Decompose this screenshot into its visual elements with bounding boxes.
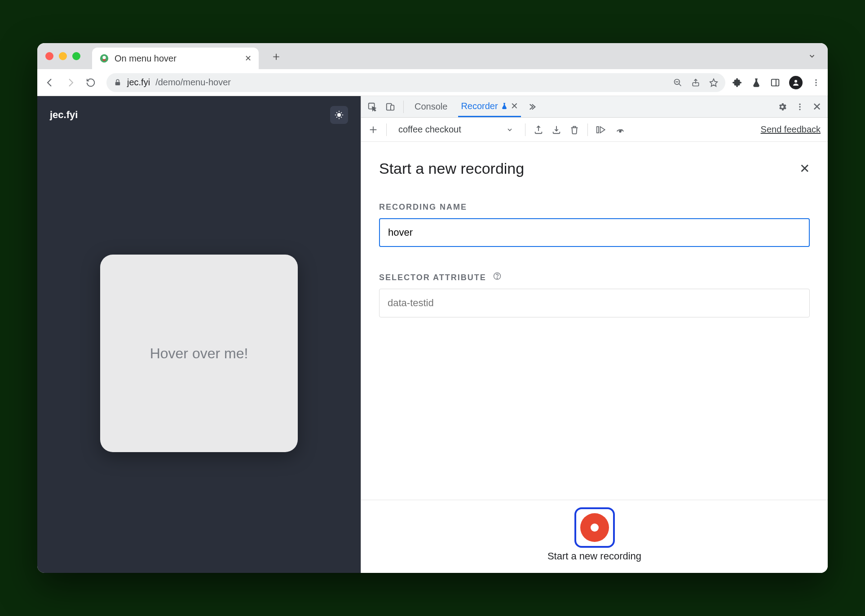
svg-rect-25 xyxy=(391,105,394,110)
recording-name-input[interactable] xyxy=(379,218,810,247)
hover-card-text: Hover over me! xyxy=(150,345,248,362)
svg-point-35 xyxy=(497,278,498,279)
close-window-button[interactable] xyxy=(45,52,53,60)
devtools-panel: Console Recorder ✕ ✕ xyxy=(361,96,828,573)
devtools-tab-bar: Console Recorder ✕ ✕ xyxy=(361,96,828,118)
bookmark-star-icon[interactable] xyxy=(709,78,718,87)
profile-avatar[interactable] xyxy=(789,76,803,89)
export-icon[interactable] xyxy=(534,125,543,135)
replay-speed-icon[interactable] xyxy=(615,125,626,135)
omnibox-actions xyxy=(673,78,718,87)
site-name: jec.fyi xyxy=(50,109,78,121)
svg-line-22 xyxy=(336,112,337,113)
share-icon[interactable] xyxy=(691,78,700,87)
record-icon xyxy=(580,513,609,542)
rendered-page: jec.fyi Hover over me! xyxy=(37,96,361,573)
svg-point-13 xyxy=(815,84,816,86)
inspect-element-icon[interactable] xyxy=(367,102,377,112)
svg-rect-2 xyxy=(102,59,106,61)
url-host: jec.fyi xyxy=(127,77,150,88)
svg-point-26 xyxy=(799,103,800,105)
back-button[interactable] xyxy=(44,77,58,88)
maximize-window-button[interactable] xyxy=(72,52,80,60)
svg-line-21 xyxy=(341,117,342,118)
address-bar[interactable]: jec.fyi/demo/menu-hover xyxy=(106,73,725,92)
svg-line-20 xyxy=(336,117,337,118)
start-recording-button[interactable] xyxy=(574,507,615,548)
window-controls xyxy=(45,52,80,60)
selector-attribute-label: SELECTOR ATTRIBUTE xyxy=(379,272,810,282)
toolbar-right xyxy=(733,76,821,89)
side-panel-icon[interactable] xyxy=(770,78,780,88)
favicon-icon xyxy=(99,53,109,63)
new-tab-button[interactable]: ＋ xyxy=(270,48,282,64)
svg-line-6 xyxy=(679,84,681,86)
page-header: jec.fyi xyxy=(37,96,361,134)
svg-point-10 xyxy=(794,80,797,83)
new-recording-icon[interactable] xyxy=(368,125,378,135)
tab-strip: On menu hover ✕ ＋ xyxy=(37,43,828,69)
more-tabs-chevron-icon[interactable] xyxy=(529,102,538,111)
delete-icon[interactable] xyxy=(569,125,579,135)
zoom-out-icon[interactable] xyxy=(673,78,682,87)
svg-point-28 xyxy=(799,109,800,110)
svg-line-19 xyxy=(341,112,342,113)
reload-button[interactable] xyxy=(86,78,99,88)
help-icon[interactable] xyxy=(493,272,501,280)
hover-card[interactable]: Hover over me! xyxy=(100,255,298,452)
recorder-toolbar: coffee checkout xyxy=(361,118,828,142)
content-area: jec.fyi Hover over me! C xyxy=(37,96,828,573)
forward-button[interactable] xyxy=(65,77,79,88)
svg-rect-31 xyxy=(596,127,598,133)
browser-window: On menu hover ✕ ＋ jec.fyi/demo/menu-hove… xyxy=(37,43,828,573)
devtools-menu-icon[interactable] xyxy=(795,102,804,111)
tab-title: On menu hover xyxy=(115,53,177,64)
minimize-window-button[interactable] xyxy=(59,52,67,60)
send-feedback-link[interactable]: Send feedback xyxy=(761,124,821,135)
selector-attribute-input[interactable] xyxy=(379,289,810,317)
close-devtools-icon[interactable]: ✕ xyxy=(812,101,821,113)
device-toggle-icon[interactable] xyxy=(385,102,395,112)
lock-icon xyxy=(114,79,122,87)
browser-menu-icon[interactable] xyxy=(812,78,821,87)
start-recording-label: Start a new recording xyxy=(547,550,641,562)
theme-toggle-button[interactable] xyxy=(330,106,348,124)
close-tab-icon[interactable]: ✕ xyxy=(245,53,252,63)
import-icon[interactable] xyxy=(552,125,561,135)
svg-rect-3 xyxy=(115,82,120,85)
recording-select[interactable]: coffee checkout xyxy=(395,124,517,135)
recorder-footer: Start a new recording xyxy=(361,500,828,573)
recorder-body: Start a new recording ✕ RECORDING NAME S… xyxy=(361,142,828,500)
svg-point-12 xyxy=(815,82,816,83)
extensions-icon[interactable] xyxy=(733,78,742,88)
url-path: /demo/menu-hover xyxy=(155,77,231,88)
tab-console[interactable]: Console xyxy=(412,96,450,117)
svg-point-11 xyxy=(815,79,816,80)
svg-point-14 xyxy=(337,113,341,117)
settings-gear-icon[interactable] xyxy=(777,102,787,112)
svg-point-27 xyxy=(799,106,800,107)
browser-tab[interactable]: On menu hover ✕ xyxy=(92,48,259,69)
svg-point-1 xyxy=(102,56,106,59)
labs-flask-icon[interactable] xyxy=(751,78,761,88)
tab-list-chevron-icon[interactable] xyxy=(808,52,816,60)
replay-icon[interactable] xyxy=(596,125,607,135)
panel-title: Start a new recording xyxy=(379,160,524,177)
browser-toolbar: jec.fyi/demo/menu-hover xyxy=(37,69,828,96)
close-tab-recorder-icon[interactable]: ✕ xyxy=(511,101,518,111)
recording-name-label: RECORDING NAME xyxy=(379,202,810,212)
svg-rect-8 xyxy=(772,79,779,86)
close-panel-icon[interactable]: ✕ xyxy=(799,161,810,176)
tab-recorder[interactable]: Recorder ✕ xyxy=(458,96,521,117)
